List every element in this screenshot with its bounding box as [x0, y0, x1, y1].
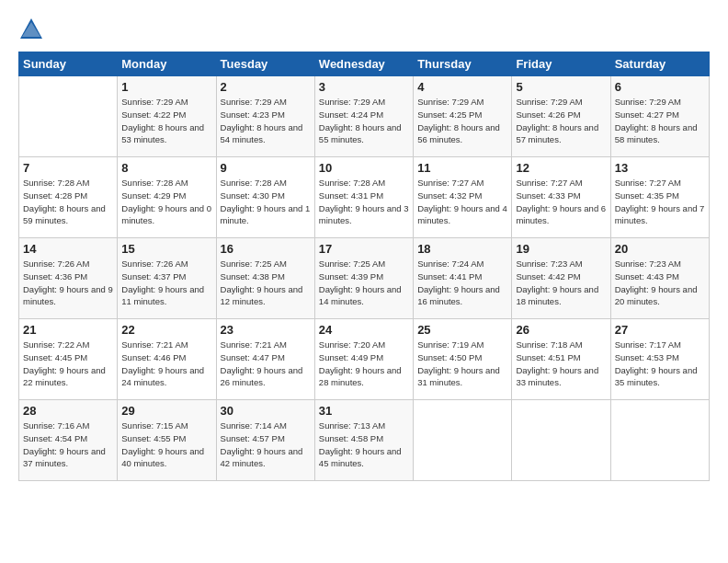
calendar-cell: 5Sunrise: 7:29 AMSunset: 4:26 PMDaylight…	[512, 76, 610, 157]
day-number: 30	[221, 404, 311, 418]
day-info: Sunrise: 7:18 AMSunset: 4:51 PMDaylight:…	[516, 339, 606, 389]
weekday-header-saturday: Saturday	[610, 52, 709, 76]
day-number: 6	[615, 80, 705, 94]
calendar-cell: 17Sunrise: 7:25 AMSunset: 4:39 PMDayligh…	[314, 238, 413, 319]
weekday-header-tuesday: Tuesday	[216, 52, 314, 76]
day-info: Sunrise: 7:27 AMSunset: 4:35 PMDaylight:…	[615, 177, 705, 227]
calendar-cell: 26Sunrise: 7:18 AMSunset: 4:51 PMDayligh…	[512, 319, 610, 400]
page: SundayMondayTuesdayWednesdayThursdayFrid…	[0, 0, 728, 490]
day-number: 11	[417, 161, 507, 175]
calendar-cell: 21Sunrise: 7:22 AMSunset: 4:45 PMDayligh…	[19, 319, 118, 400]
day-number: 2	[221, 80, 311, 94]
day-number: 27	[615, 323, 705, 337]
calendar-cell	[19, 76, 118, 157]
day-number: 12	[516, 161, 606, 175]
calendar-cell: 30Sunrise: 7:14 AMSunset: 4:57 PMDayligh…	[216, 400, 314, 481]
calendar-cell: 22Sunrise: 7:21 AMSunset: 4:46 PMDayligh…	[118, 319, 216, 400]
header	[18, 17, 710, 42]
calendar-cell: 7Sunrise: 7:28 AMSunset: 4:28 PMDaylight…	[19, 157, 118, 238]
day-info: Sunrise: 7:14 AMSunset: 4:57 PMDaylight:…	[221, 419, 311, 470]
day-info: Sunrise: 7:15 AMSunset: 4:55 PMDaylight:…	[121, 419, 211, 470]
calendar-week-1: 1Sunrise: 7:29 AMSunset: 4:22 PMDaylight…	[19, 76, 710, 157]
calendar-cell: 29Sunrise: 7:15 AMSunset: 4:55 PMDayligh…	[118, 400, 216, 481]
calendar-cell	[414, 400, 512, 481]
calendar-cell: 18Sunrise: 7:24 AMSunset: 4:41 PMDayligh…	[414, 238, 512, 319]
day-info: Sunrise: 7:28 AMSunset: 4:28 PMDaylight:…	[23, 177, 113, 227]
weekday-header-friday: Friday	[512, 52, 610, 76]
calendar-cell: 2Sunrise: 7:29 AMSunset: 4:23 PMDaylight…	[216, 76, 314, 157]
day-info: Sunrise: 7:29 AMSunset: 4:23 PMDaylight:…	[221, 96, 311, 146]
calendar-body: 1Sunrise: 7:29 AMSunset: 4:22 PMDaylight…	[19, 76, 710, 481]
day-info: Sunrise: 7:27 AMSunset: 4:33 PMDaylight:…	[516, 177, 606, 227]
day-number: 17	[319, 242, 409, 256]
day-number: 31	[319, 404, 409, 418]
day-info: Sunrise: 7:25 AMSunset: 4:39 PMDaylight:…	[319, 258, 409, 308]
day-info: Sunrise: 7:26 AMSunset: 4:37 PMDaylight:…	[121, 258, 211, 308]
calendar-cell: 19Sunrise: 7:23 AMSunset: 4:42 PMDayligh…	[512, 238, 610, 319]
calendar-cell	[610, 400, 709, 481]
calendar-cell: 10Sunrise: 7:28 AMSunset: 4:31 PMDayligh…	[314, 157, 413, 238]
calendar-cell: 28Sunrise: 7:16 AMSunset: 4:54 PMDayligh…	[19, 400, 118, 481]
day-info: Sunrise: 7:28 AMSunset: 4:30 PMDaylight:…	[221, 177, 311, 227]
calendar-cell: 23Sunrise: 7:21 AMSunset: 4:47 PMDayligh…	[216, 319, 314, 400]
day-info: Sunrise: 7:24 AMSunset: 4:41 PMDaylight:…	[417, 258, 507, 308]
calendar-week-2: 7Sunrise: 7:28 AMSunset: 4:28 PMDaylight…	[19, 157, 710, 238]
calendar-cell: 4Sunrise: 7:29 AMSunset: 4:25 PMDaylight…	[414, 76, 512, 157]
day-number: 24	[319, 323, 409, 337]
logo	[18, 17, 48, 42]
day-info: Sunrise: 7:20 AMSunset: 4:49 PMDaylight:…	[319, 339, 409, 389]
day-number: 15	[121, 242, 211, 256]
day-number: 8	[121, 161, 211, 175]
calendar-cell: 25Sunrise: 7:19 AMSunset: 4:50 PMDayligh…	[414, 319, 512, 400]
day-number: 14	[23, 242, 113, 256]
day-number: 22	[121, 323, 211, 337]
day-number: 20	[615, 242, 705, 256]
day-number: 23	[221, 323, 311, 337]
day-number: 28	[23, 404, 113, 418]
day-info: Sunrise: 7:29 AMSunset: 4:24 PMDaylight:…	[319, 96, 409, 146]
day-info: Sunrise: 7:26 AMSunset: 4:36 PMDaylight:…	[23, 258, 113, 308]
calendar-cell: 31Sunrise: 7:13 AMSunset: 4:58 PMDayligh…	[314, 400, 413, 481]
day-info: Sunrise: 7:13 AMSunset: 4:58 PMDaylight:…	[319, 419, 409, 470]
day-number: 5	[516, 80, 606, 94]
day-info: Sunrise: 7:29 AMSunset: 4:22 PMDaylight:…	[121, 96, 211, 146]
day-info: Sunrise: 7:29 AMSunset: 4:27 PMDaylight:…	[615, 96, 705, 146]
calendar-cell: 3Sunrise: 7:29 AMSunset: 4:24 PMDaylight…	[314, 76, 413, 157]
calendar-cell: 8Sunrise: 7:28 AMSunset: 4:29 PMDaylight…	[118, 157, 216, 238]
day-number: 26	[516, 323, 606, 337]
weekday-header-monday: Monday	[118, 52, 216, 76]
calendar-week-5: 28Sunrise: 7:16 AMSunset: 4:54 PMDayligh…	[19, 400, 710, 481]
calendar-cell: 16Sunrise: 7:25 AMSunset: 4:38 PMDayligh…	[216, 238, 314, 319]
day-info: Sunrise: 7:23 AMSunset: 4:42 PMDaylight:…	[516, 258, 606, 308]
day-info: Sunrise: 7:29 AMSunset: 4:26 PMDaylight:…	[516, 96, 606, 146]
calendar-week-4: 21Sunrise: 7:22 AMSunset: 4:45 PMDayligh…	[19, 319, 710, 400]
calendar-header: SundayMondayTuesdayWednesdayThursdayFrid…	[19, 52, 710, 76]
day-info: Sunrise: 7:27 AMSunset: 4:32 PMDaylight:…	[417, 177, 507, 227]
day-info: Sunrise: 7:28 AMSunset: 4:31 PMDaylight:…	[319, 177, 409, 227]
weekday-header-sunday: Sunday	[19, 52, 118, 76]
day-info: Sunrise: 7:28 AMSunset: 4:29 PMDaylight:…	[121, 177, 211, 227]
calendar-cell: 27Sunrise: 7:17 AMSunset: 4:53 PMDayligh…	[610, 319, 709, 400]
calendar-cell: 15Sunrise: 7:26 AMSunset: 4:37 PMDayligh…	[118, 238, 216, 319]
day-info: Sunrise: 7:16 AMSunset: 4:54 PMDaylight:…	[23, 419, 113, 470]
calendar-week-3: 14Sunrise: 7:26 AMSunset: 4:36 PMDayligh…	[19, 238, 710, 319]
calendar-cell: 13Sunrise: 7:27 AMSunset: 4:35 PMDayligh…	[610, 157, 709, 238]
day-info: Sunrise: 7:22 AMSunset: 4:45 PMDaylight:…	[23, 339, 113, 389]
calendar-cell: 6Sunrise: 7:29 AMSunset: 4:27 PMDaylight…	[610, 76, 709, 157]
day-number: 9	[221, 161, 311, 175]
logo-icon	[18, 17, 44, 42]
day-number: 1	[121, 80, 211, 94]
calendar-cell: 1Sunrise: 7:29 AMSunset: 4:22 PMDaylight…	[118, 76, 216, 157]
calendar-cell: 9Sunrise: 7:28 AMSunset: 4:30 PMDaylight…	[216, 157, 314, 238]
day-info: Sunrise: 7:17 AMSunset: 4:53 PMDaylight:…	[615, 339, 705, 389]
calendar-cell: 11Sunrise: 7:27 AMSunset: 4:32 PMDayligh…	[414, 157, 512, 238]
weekday-header-wednesday: Wednesday	[314, 52, 413, 76]
day-number: 4	[417, 80, 507, 94]
day-info: Sunrise: 7:21 AMSunset: 4:47 PMDaylight:…	[221, 339, 311, 389]
day-info: Sunrise: 7:23 AMSunset: 4:43 PMDaylight:…	[615, 258, 705, 308]
calendar-cell: 14Sunrise: 7:26 AMSunset: 4:36 PMDayligh…	[19, 238, 118, 319]
day-number: 19	[516, 242, 606, 256]
calendar-cell: 20Sunrise: 7:23 AMSunset: 4:43 PMDayligh…	[610, 238, 709, 319]
day-number: 29	[121, 404, 211, 418]
weekday-header-row: SundayMondayTuesdayWednesdayThursdayFrid…	[19, 52, 710, 76]
